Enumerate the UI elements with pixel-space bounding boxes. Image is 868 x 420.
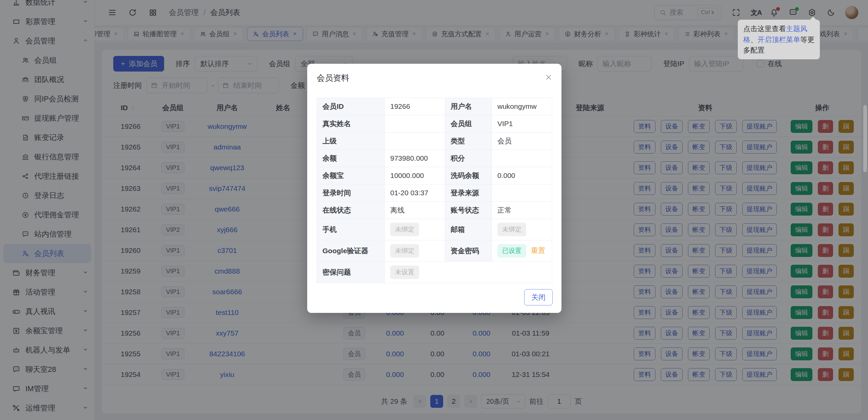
modal-row: Google验证器未绑定资金密码已设置重置: [317, 240, 552, 262]
modal-field-value: 未绑定: [492, 219, 552, 240]
modal-field-label: 余额: [317, 150, 385, 167]
tooltip-arrow: [810, 17, 816, 20]
modal-field-label: 洗码余额: [445, 167, 492, 184]
modal-field-label: 密保问题: [317, 262, 385, 283]
modal-row: 在线状态离线账号状态正常: [317, 202, 552, 219]
status-badge: 未设置: [390, 265, 419, 279]
modal-field-value: 未绑定: [385, 219, 445, 240]
tooltip-text-2: 、: [750, 36, 757, 43]
top-menu-link[interactable]: 开启顶栏菜单: [757, 36, 800, 43]
modal-field-value: [385, 115, 445, 133]
modal-field-label: 上级: [317, 133, 385, 150]
modal-field-label: 余额宝: [317, 167, 385, 184]
modal-field-value: 未设置: [385, 262, 552, 283]
modal-field-label: 积分: [445, 150, 492, 167]
modal-field-value: 973980.000: [385, 150, 445, 167]
modal-field-label: 手机: [317, 219, 385, 240]
modal-field-value: 19266: [385, 98, 445, 115]
modal-row: 会员ID19266用户名wukongymw: [317, 98, 552, 115]
modal-row: 上级类型会员: [317, 133, 552, 150]
status-badge-set: 已设置: [497, 244, 526, 258]
modal-field-label: 资金密码: [445, 240, 492, 262]
modal-field-value: 会员: [492, 133, 552, 150]
modal-field-value: [492, 184, 552, 202]
modal-field-value: 正常: [492, 202, 552, 219]
status-badge: 未绑定: [390, 223, 419, 236]
modal-field-label: 类型: [445, 133, 492, 150]
settings-tooltip: 点击这里查看主题风格、开启顶栏菜单等更多配置: [738, 20, 820, 59]
status-badge: 未绑定: [497, 223, 526, 236]
status-badge: 未绑定: [390, 244, 419, 258]
modal-close-button[interactable]: 关闭: [524, 289, 553, 305]
modal-field-label: 登录时间: [317, 184, 385, 202]
modal-title: 会员资料: [317, 73, 349, 83]
modal-field-label: 会员组: [445, 115, 492, 133]
page-scrollbar-thumb[interactable]: [863, 105, 867, 172]
modal-field-value: 已设置重置: [492, 240, 552, 262]
modal-field-value: 未绑定: [385, 240, 445, 262]
member-profile-modal: 会员资料 会员ID19266用户名wukongymw真实姓名会员组VIP1上级类…: [307, 64, 561, 313]
modal-field-label: 账号状态: [445, 202, 492, 219]
modal-row: 余额宝10000.000洗码余额0.000: [317, 167, 552, 184]
modal-field-value: 01-20 03:37: [385, 184, 445, 202]
reset-link[interactable]: 重置: [531, 246, 545, 254]
member-admin-app: 数据统计彩票管理会员管理会员组团队概况同IP会员检测提现账户管理账变记录银行信息…: [0, 0, 868, 420]
modal-row: 密保问题未设置: [317, 262, 552, 283]
modal-row: 余额973980.000积分: [317, 150, 552, 167]
modal-field-label: 邮箱: [445, 219, 492, 240]
modal-row: 登录时间01-20 03:37登录来源: [317, 184, 552, 202]
modal-field-value: [385, 133, 445, 150]
modal-row: 真实姓名会员组VIP1: [317, 115, 552, 133]
modal-field-value: 10000.000: [385, 167, 445, 184]
modal-field-label: 真实姓名: [317, 115, 385, 133]
modal-field-label: 登录来源: [445, 184, 492, 202]
modal-field-value: VIP1: [492, 115, 552, 133]
modal-field-label: Google验证器: [317, 240, 385, 262]
modal-field-label: 用户名: [445, 98, 492, 115]
close-icon[interactable]: [545, 73, 553, 81]
modal-field-label: 在线状态: [317, 202, 385, 219]
modal-field-value: 0.000: [492, 167, 552, 184]
member-profile-table: 会员ID19266用户名wukongymw真实姓名会员组VIP1上级类型会员余额…: [317, 98, 552, 283]
modal-field-value: wukongymw: [492, 98, 552, 115]
modal-field-value: 离线: [385, 202, 445, 219]
modal-row: 手机未绑定邮箱未绑定: [317, 219, 552, 240]
modal-field-value: [492, 150, 552, 167]
tooltip-text-1: 点击这里查看: [743, 25, 786, 33]
modal-field-label: 会员ID: [317, 98, 385, 115]
